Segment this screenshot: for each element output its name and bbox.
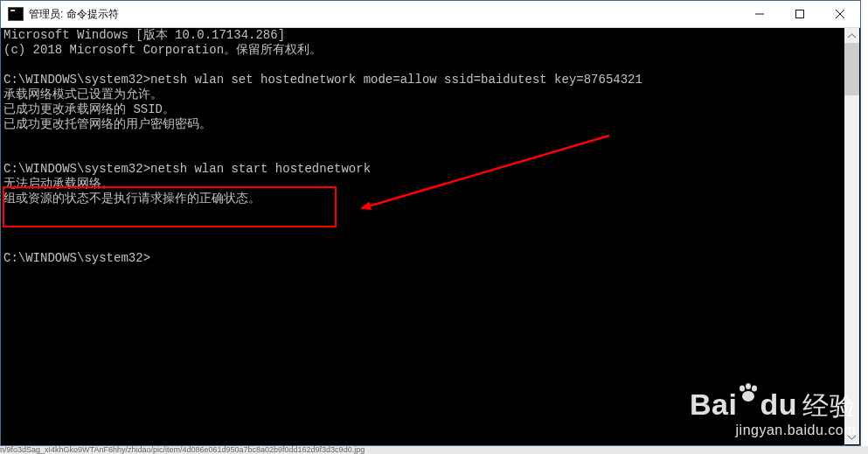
scroll-thumb[interactable]	[844, 43, 859, 95]
svg-rect-1	[796, 10, 804, 18]
page-url-fragment: n/9fo3dSag_xI4khGko9WTAnF6hhy/zhidao/pic…	[0, 446, 868, 454]
console-output[interactable]: Microsoft Windows [版本 10.0.17134.286] (c…	[2, 28, 844, 444]
scroll-down-button[interactable]	[844, 430, 859, 444]
scroll-up-button[interactable]	[844, 28, 859, 43]
minimize-button[interactable]	[740, 1, 780, 27]
vertical-scrollbar[interactable]	[844, 28, 859, 444]
titlebar[interactable]: 管理员: 命令提示符	[1, 1, 860, 28]
maximize-button[interactable]	[780, 1, 820, 27]
cmd-icon	[8, 7, 24, 21]
cmd-window: 管理员: 命令提示符 Microsoft Windows [版本 10.0.17…	[0, 0, 861, 446]
close-button[interactable]	[820, 1, 860, 27]
window-title: 管理员: 命令提示符	[29, 7, 119, 22]
client-area: Microsoft Windows [版本 10.0.17134.286] (c…	[2, 28, 859, 444]
